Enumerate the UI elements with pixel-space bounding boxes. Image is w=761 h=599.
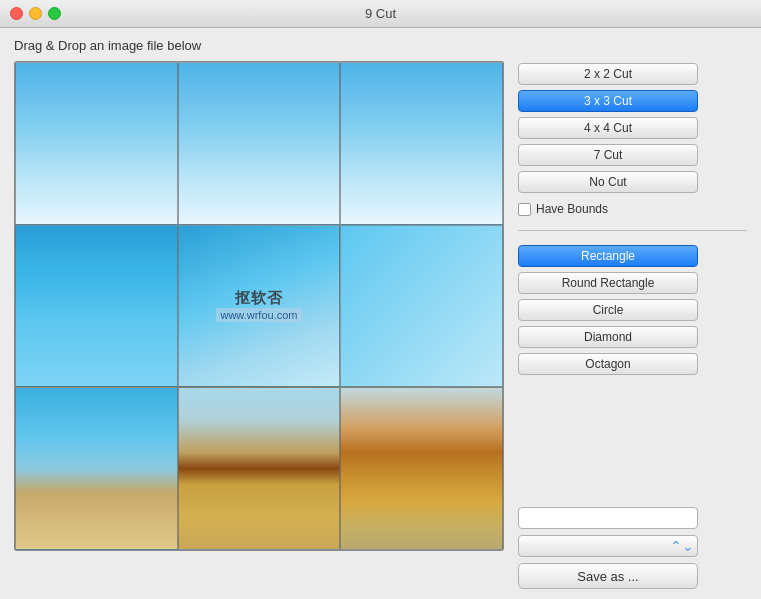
shape-round-rect-button[interactable]: Round Rectangle: [518, 272, 698, 294]
grid-cell-0: [15, 62, 178, 225]
divider-1: [518, 230, 747, 231]
save-as-button[interactable]: Save as ...: [518, 563, 698, 589]
cut-2x2-button[interactable]: 2 x 2 Cut: [518, 63, 698, 85]
app-body: Drag & Drop an image file below 抠软否 www.…: [0, 28, 761, 599]
drag-drop-label: Drag & Drop an image file below: [14, 38, 747, 53]
cut-3x3-button[interactable]: 3 x 3 Cut: [518, 90, 698, 112]
grid-cell-1: [178, 62, 341, 225]
cut-7-button[interactable]: 7 Cut: [518, 144, 698, 166]
have-bounds-label: Have Bounds: [536, 202, 608, 216]
close-button[interactable]: [10, 7, 23, 20]
have-bounds-checkbox[interactable]: [518, 203, 531, 216]
shape-circle-button[interactable]: Circle: [518, 299, 698, 321]
grid-cell-2: [340, 62, 503, 225]
shape-octagon-button[interactable]: Octagon: [518, 353, 698, 375]
minimize-button[interactable]: [29, 7, 42, 20]
watermark-line1: 抠软否: [235, 289, 283, 308]
shape-buttons-section: Rectangle Round Rectangle Circle Diamond…: [518, 245, 747, 375]
image-grid[interactable]: 抠软否 www.wrfou.com: [14, 61, 504, 551]
grid-cell-6: [15, 387, 178, 550]
right-panel: 2 x 2 Cut 3 x 3 Cut 4 x 4 Cut 7 Cut No C…: [518, 61, 747, 589]
main-row: 抠软否 www.wrfou.com 2 x 2 Cut 3 x 3 Cut 4 …: [14, 61, 747, 589]
maximize-button[interactable]: [48, 7, 61, 20]
text-input[interactable]: [518, 507, 698, 529]
select-wrapper: PNG JPEG ⌃⌄: [518, 535, 698, 557]
format-select[interactable]: PNG JPEG: [518, 535, 698, 557]
grid-cell-7: [178, 387, 341, 550]
shape-rect-button[interactable]: Rectangle: [518, 245, 698, 267]
shape-diamond-button[interactable]: Diamond: [518, 326, 698, 348]
grid-cell-3: [15, 225, 178, 388]
cut-4x4-button[interactable]: 4 x 4 Cut: [518, 117, 698, 139]
grid-cell-8: [340, 387, 503, 550]
image-area[interactable]: 抠软否 www.wrfou.com: [14, 61, 504, 589]
cut-buttons-section: 2 x 2 Cut 3 x 3 Cut 4 x 4 Cut 7 Cut No C…: [518, 63, 747, 193]
window-controls: [10, 7, 61, 20]
title-bar: 9 Cut: [0, 0, 761, 28]
watermark-line2: www.wrfou.com: [216, 308, 301, 322]
window-title: 9 Cut: [365, 6, 396, 21]
grid-cell-4: 抠软否 www.wrfou.com: [178, 225, 341, 388]
cut-no-button[interactable]: No Cut: [518, 171, 698, 193]
bottom-section: PNG JPEG ⌃⌄ Save as ...: [518, 507, 747, 589]
grid-cell-5: [340, 225, 503, 388]
have-bounds-row: Have Bounds: [518, 202, 747, 216]
